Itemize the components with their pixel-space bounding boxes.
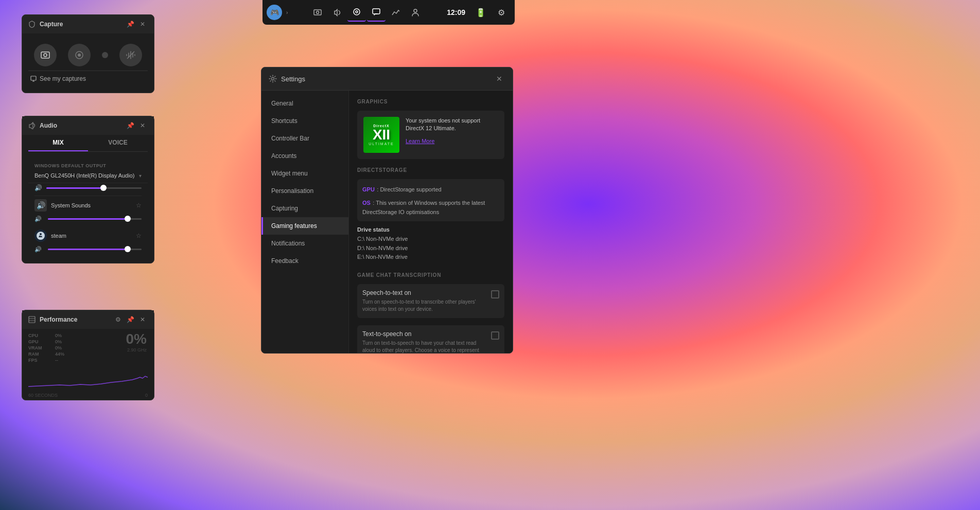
nav-widget-menu[interactable]: Widget menu xyxy=(261,165,348,182)
expand-chevron-icon[interactable]: › xyxy=(284,8,290,17)
performance-widget-controls: ⚙ 📌 ✕ xyxy=(113,314,148,325)
settings-titlebar: Settings ✕ xyxy=(261,67,513,91)
text-to-speech-label: Text-to-speech on xyxy=(362,330,486,338)
directstorage-info: GPU : DirectStorage supported OS : This … xyxy=(357,179,504,221)
text-to-speech-info: Text-to-speech on Turn on text-to-speech… xyxy=(362,330,486,353)
steam-slider[interactable] xyxy=(48,249,142,250)
svg-point-1 xyxy=(316,11,319,14)
clock: 12:09 xyxy=(443,8,469,16)
drive-status-title: Drive status xyxy=(357,226,504,233)
capture-widget-body: See my captures xyxy=(22,33,154,93)
graphics-section-title: GRAPHICS xyxy=(357,99,504,104)
drive-c: C:\ Non-NVMe drive xyxy=(357,235,504,244)
steam-fav-icon[interactable]: ☆ xyxy=(136,232,142,239)
drive-status-section: Drive status C:\ Non-NVMe drive D:\ Non-… xyxy=(357,226,504,262)
master-slider[interactable] xyxy=(46,187,142,189)
nav-notifications[interactable]: Notifications xyxy=(261,235,348,252)
system-sounds-fav-icon[interactable]: ☆ xyxy=(136,202,142,209)
audio-pin-button[interactable]: 📌 xyxy=(125,120,135,131)
steam-icon xyxy=(34,230,47,242)
svg-rect-5 xyxy=(41,52,49,58)
fps-value: -- xyxy=(55,358,148,363)
steam-volume-icon: 🔊 xyxy=(34,246,42,253)
mix-tab[interactable]: MIX xyxy=(28,135,88,151)
settings-title: Settings xyxy=(281,75,489,83)
see-captures-link[interactable]: See my captures xyxy=(28,71,148,86)
nav-capturing[interactable]: Capturing xyxy=(261,200,348,217)
directx-logo: DirectX XII ULTIMATE xyxy=(363,117,399,153)
dot-indicator xyxy=(102,52,108,58)
record-button[interactable] xyxy=(68,44,91,66)
close-button[interactable]: ✕ xyxy=(137,19,148,29)
ram-label: RAM xyxy=(28,351,51,357)
text-to-speech-row: Text-to-speech on Turn on text-to-speech… xyxy=(357,325,504,353)
graphics-card: DirectX XII ULTIMATE Your system does no… xyxy=(357,111,504,159)
directstorage-section-title: DIRECTSTORAGE xyxy=(357,167,504,173)
mute-button[interactable] xyxy=(119,44,142,66)
svg-point-17 xyxy=(272,78,274,80)
system-sounds-volume-icon: 🔊 xyxy=(34,216,42,222)
big-ghz: 2.90 GHz xyxy=(126,347,147,353)
performance-settings-button[interactable]: ⚙ xyxy=(113,314,123,325)
performance-close-button[interactable]: ✕ xyxy=(137,314,148,325)
nav-shortcuts[interactable]: Shortcuts xyxy=(261,112,348,130)
audio-device-row[interactable]: BenQ GL2450H (Intel(R) Display Audio) ▾ xyxy=(28,170,148,183)
capture-bar-icon[interactable] xyxy=(308,3,327,22)
right-icons: 🔋 ⚙ xyxy=(471,3,511,22)
performance-chart xyxy=(22,367,154,393)
drive-d: D:\ Non-NVMe drive xyxy=(357,244,504,253)
svg-rect-10 xyxy=(31,76,36,80)
game-chat-section: GAME CHAT TRANSCRIPTION Speech-to-text o… xyxy=(357,272,504,353)
performance-stats-section: CPU 0% GPU 0% VRAM 0% RAM 44% FPS -- 0% … xyxy=(22,329,154,367)
system-sounds-slider[interactable] xyxy=(48,218,142,220)
performance-widget: Performance ⚙ 📌 ✕ CPU 0% GPU 0% VRAM 0% … xyxy=(22,310,154,400)
chat-bar-icon[interactable] xyxy=(367,3,386,22)
nav-feedback[interactable]: Feedback xyxy=(261,252,348,270)
avatar[interactable]: 🎮 xyxy=(267,5,282,20)
text-to-speech-checkbox[interactable] xyxy=(491,331,499,340)
device-name: BenQ GL2450H (Intel(R) Display Audio) xyxy=(34,172,135,179)
volume-icon: 🔊 xyxy=(34,184,42,191)
settings-close-button[interactable]: ✕ xyxy=(493,73,505,85)
audio-bar-icon[interactable] xyxy=(328,3,346,22)
nav-general[interactable]: General xyxy=(261,95,348,112)
audio-close-button[interactable]: ✕ xyxy=(137,120,148,131)
speech-to-text-row: Speech-to-text on Turn on speech-to-text… xyxy=(357,284,504,318)
nav-gaming-features[interactable]: Gaming features xyxy=(261,217,348,235)
learn-more-link[interactable]: Learn More xyxy=(406,138,434,144)
svg-rect-0 xyxy=(314,10,321,15)
battery-icon: 🔋 xyxy=(471,3,490,22)
controller-bar-icon[interactable] xyxy=(347,3,366,22)
performance-pin-button[interactable]: 📌 xyxy=(125,314,135,325)
capture-buttons xyxy=(28,40,148,71)
audio-widget-controls: 📌 ✕ xyxy=(125,120,148,131)
nav-controller-bar[interactable]: Controller Bar xyxy=(261,130,348,147)
nav-accounts[interactable]: Accounts xyxy=(261,147,348,165)
drive-e: E:\ Non-NVMe drive xyxy=(357,253,504,262)
directx-sub: ULTIMATE xyxy=(369,142,394,146)
screenshot-button[interactable] xyxy=(34,44,57,66)
capture-widget-header: Capture 📌 ✕ xyxy=(22,15,154,33)
graphics-description: Your system does not support DirectX 12 … xyxy=(406,117,498,133)
graphics-info: Your system does not support DirectX 12 … xyxy=(406,117,498,145)
performance-bar-icon[interactable] xyxy=(387,3,405,22)
voice-tab[interactable]: VOICE xyxy=(88,135,148,151)
settings-nav: General Shortcuts Controller Bar Account… xyxy=(261,91,349,353)
capture-widget: Capture 📌 ✕ xyxy=(22,14,154,93)
speech-to-text-desc: Turn on speech-to-text to transcribe oth… xyxy=(362,298,486,313)
social-bar-icon[interactable] xyxy=(406,3,425,22)
text-to-speech-desc: Turn on text-to-speech to have your chat… xyxy=(362,340,486,353)
directx-number: XII xyxy=(373,128,390,142)
settings-bar-icon[interactable]: ⚙ xyxy=(492,3,511,22)
speech-to-text-label: Speech-to-text on xyxy=(362,289,486,296)
pin-button[interactable]: 📌 xyxy=(125,19,135,29)
audio-widget: Audio 📌 ✕ MIX VOICE WINDOWS DEFAULT OUTP… xyxy=(22,116,154,263)
monitor-icon xyxy=(30,76,37,82)
performance-icon xyxy=(28,316,36,323)
speech-to-text-checkbox[interactable] xyxy=(491,290,499,298)
nav-personalisation[interactable]: Personalisation xyxy=(261,182,348,200)
gpu-ds-label: GPU xyxy=(362,186,375,192)
settings-gear-icon xyxy=(269,75,277,83)
svg-point-6 xyxy=(44,54,47,57)
system-sounds-slider-row: 🔊 xyxy=(28,215,148,226)
